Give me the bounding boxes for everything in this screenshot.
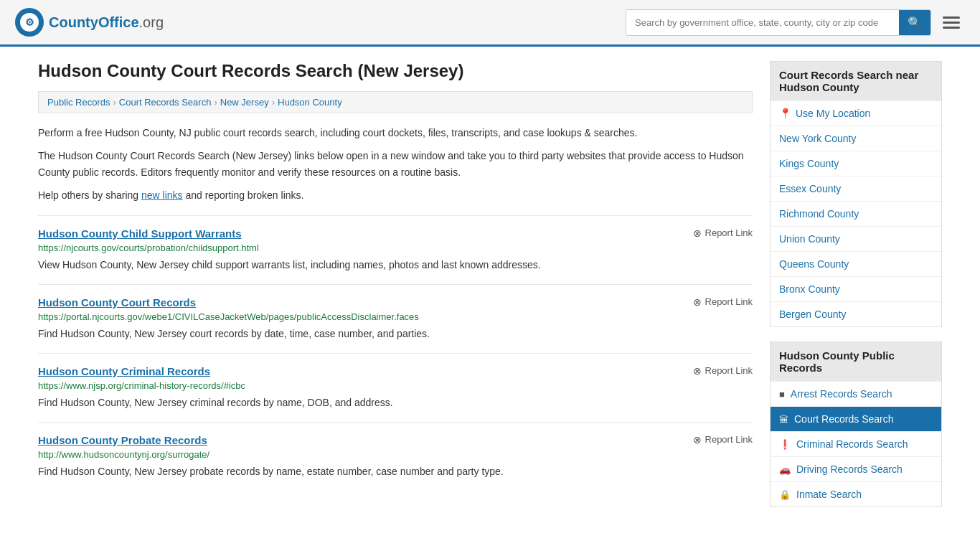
report-link-label-3: Report Link xyxy=(705,434,753,445)
public-record-link-1[interactable]: Court Records Search xyxy=(794,413,894,425)
record-desc-2: Find Hudson County, New Jersey criminal … xyxy=(38,395,753,410)
report-icon-2: ⊗ xyxy=(693,365,702,377)
desc3-after: and reporting broken links. xyxy=(183,189,304,201)
nearby-county-link-5[interactable]: Queens County xyxy=(779,258,849,270)
desc-para-1: Perform a free Hudson County, NJ public … xyxy=(38,125,753,141)
main-layout: Hudson County Court Records Search (New … xyxy=(24,47,956,536)
nearby-county-link-0[interactable]: New York County xyxy=(779,133,856,144)
content-area: Hudson County Court Records Search (New … xyxy=(38,61,753,522)
search-input[interactable] xyxy=(626,11,899,34)
breadcrumb-hudson-county[interactable]: Hudson County xyxy=(278,97,342,108)
public-record-item[interactable]: 🏛 Court Records Search xyxy=(771,406,941,431)
nearby-county-link-3[interactable]: Richmond County xyxy=(779,208,859,220)
nearby-section: Court Records Search near Hudson County … xyxy=(770,61,942,327)
record-title-2[interactable]: Hudson County Criminal Records xyxy=(38,365,210,377)
svg-text:⚙: ⚙ xyxy=(25,17,34,28)
record-title-0[interactable]: Hudson County Child Support Warrants xyxy=(38,227,242,240)
search-button[interactable]: 🔍 xyxy=(899,10,930,35)
breadcrumb-sep-1: › xyxy=(113,97,116,108)
record-header: Hudson County Probate Records ⊗ Report L… xyxy=(38,434,753,446)
public-record-icon-1: 🏛 xyxy=(779,414,788,425)
record-header: Hudson County Court Records ⊗ Report Lin… xyxy=(38,296,753,309)
breadcrumb-sep-2: › xyxy=(214,97,217,108)
public-records-section: Hudson County Public Records ■ Arrest Re… xyxy=(770,342,942,507)
record-url-3[interactable]: http://www.hudsoncountynj.org/surrogate/ xyxy=(38,449,753,460)
menu-bar-3 xyxy=(943,27,960,29)
search-icon: 🔍 xyxy=(908,17,922,29)
nearby-county-item[interactable]: Richmond County xyxy=(771,201,941,226)
report-icon-3: ⊗ xyxy=(693,434,702,446)
nearby-county-item[interactable]: Bronx County xyxy=(771,276,941,301)
report-link-3[interactable]: ⊗ Report Link xyxy=(693,434,753,446)
public-record-icon-4: 🔒 xyxy=(779,489,791,500)
public-record-icon-3: 🚗 xyxy=(779,464,791,475)
breadcrumb-new-jersey[interactable]: New Jersey xyxy=(220,97,269,108)
desc-para-3: Help others by sharing new links and rep… xyxy=(38,187,753,203)
record-item: Hudson County Criminal Records ⊗ Report … xyxy=(38,353,753,422)
nearby-county-item[interactable]: Queens County xyxy=(771,251,941,276)
record-item: Hudson County Court Records ⊗ Report Lin… xyxy=(38,284,753,353)
public-records-header: Hudson County Public Records xyxy=(771,342,941,381)
breadcrumb-sep-3: › xyxy=(272,97,275,108)
public-record-link-2[interactable]: Criminal Records Search xyxy=(796,438,908,450)
report-icon-1: ⊗ xyxy=(693,296,702,308)
record-item: Hudson County Probate Records ⊗ Report L… xyxy=(38,422,753,491)
search-bar: 🔍 xyxy=(626,9,931,36)
nearby-county-item[interactable]: Union County xyxy=(771,226,941,251)
report-link-0[interactable]: ⊗ Report Link xyxy=(693,227,753,239)
breadcrumb: Public Records › Court Records Search › … xyxy=(38,91,753,113)
new-links-link[interactable]: new links xyxy=(141,189,183,201)
nearby-county-link-2[interactable]: Essex County xyxy=(779,183,841,194)
record-title-1[interactable]: Hudson County Court Records xyxy=(38,296,196,309)
record-desc-1: Find Hudson County, New Jersey court rec… xyxy=(38,326,753,342)
menu-bar-1 xyxy=(943,17,960,19)
public-record-item[interactable]: ■ Arrest Records Search xyxy=(771,381,941,406)
nearby-county-link-1[interactable]: Kings County xyxy=(779,158,839,169)
menu-button[interactable] xyxy=(937,11,966,34)
logo-text: CountyOffice.org xyxy=(49,14,164,31)
breadcrumb-court-records-search[interactable]: Court Records Search xyxy=(119,97,212,108)
records-list: Hudson County Child Support Warrants ⊗ R… xyxy=(38,215,753,491)
record-url-0[interactable]: https://njcourts.gov/courts/probation/ch… xyxy=(38,242,753,253)
use-my-location[interactable]: 📍 Use My Location xyxy=(771,100,941,126)
public-record-item[interactable]: 🚗 Driving Records Search xyxy=(771,456,941,481)
header-right: 🔍 xyxy=(626,9,966,36)
nearby-county-item[interactable]: Bergen County xyxy=(771,301,941,326)
site-header: ⚙ CountyOffice.org 🔍 xyxy=(0,0,980,47)
record-item: Hudson County Child Support Warrants ⊗ R… xyxy=(38,215,753,284)
record-url-2[interactable]: https://www.njsp.org/criminal-history-re… xyxy=(38,380,753,391)
report-link-2[interactable]: ⊗ Report Link xyxy=(693,365,753,377)
report-link-label-0: Report Link xyxy=(705,227,753,238)
breadcrumb-public-records[interactable]: Public Records xyxy=(47,97,110,108)
record-header: Hudson County Criminal Records ⊗ Report … xyxy=(38,365,753,377)
location-pin-icon: 📍 xyxy=(779,108,791,119)
public-record-link-3[interactable]: Driving Records Search xyxy=(796,463,903,475)
desc3-before: Help others by sharing xyxy=(38,189,141,201)
public-record-link-0[interactable]: Arrest Records Search xyxy=(791,388,892,400)
nearby-county-link-6[interactable]: Bronx County xyxy=(779,283,840,295)
desc-para-2: The Hudson County Court Records Search (… xyxy=(38,148,753,180)
record-header: Hudson County Child Support Warrants ⊗ R… xyxy=(38,227,753,240)
report-link-label-1: Report Link xyxy=(705,296,753,307)
use-my-location-link[interactable]: Use My Location xyxy=(796,108,870,119)
report-icon-0: ⊗ xyxy=(693,227,702,239)
nearby-county-item[interactable]: New York County xyxy=(771,126,941,151)
report-link-label-2: Report Link xyxy=(705,365,753,376)
record-url-1[interactable]: https://portal.njcourts.gov/webe1/CIVILC… xyxy=(38,311,753,322)
menu-bar-2 xyxy=(943,22,960,24)
nearby-county-link-7[interactable]: Bergen County xyxy=(779,309,846,320)
nearby-county-item[interactable]: Kings County xyxy=(771,151,941,176)
public-record-icon-2: ❗ xyxy=(779,439,791,450)
public-record-item[interactable]: ❗ Criminal Records Search xyxy=(771,431,941,456)
nearby-county-item[interactable]: Essex County xyxy=(771,176,941,201)
record-desc-0: View Hudson County, New Jersey child sup… xyxy=(38,258,753,273)
logo-icon: ⚙ xyxy=(14,7,44,37)
description-section: Perform a free Hudson County, NJ public … xyxy=(38,125,753,204)
nearby-section-header: Court Records Search near Hudson County xyxy=(771,62,941,100)
page-title: Hudson County Court Records Search (New … xyxy=(38,61,753,81)
public-record-item[interactable]: 🔒 Inmate Search xyxy=(771,481,941,507)
nearby-county-link-4[interactable]: Union County xyxy=(779,233,840,245)
record-title-3[interactable]: Hudson County Probate Records xyxy=(38,434,207,446)
public-record-link-4[interactable]: Inmate Search xyxy=(796,489,862,500)
report-link-1[interactable]: ⊗ Report Link xyxy=(693,296,753,308)
